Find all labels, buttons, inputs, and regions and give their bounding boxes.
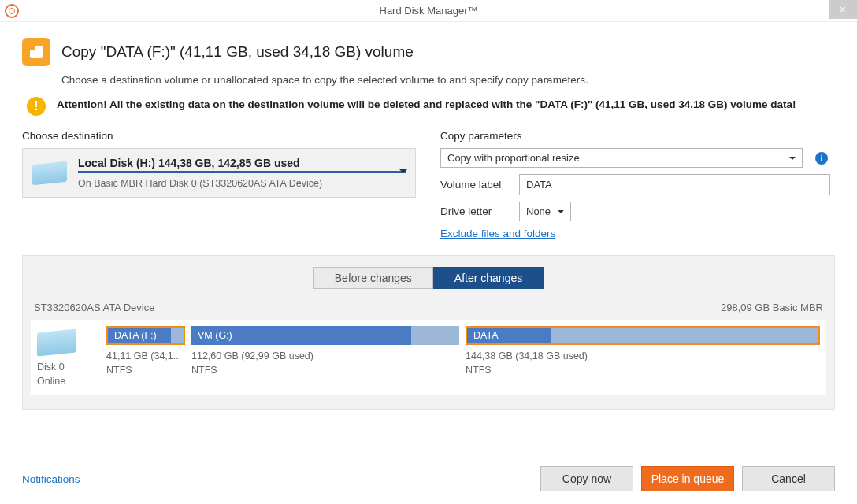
chevron-down-icon (789, 157, 796, 163)
copy-now-button[interactable]: Copy now (540, 466, 633, 491)
partition-size: 41,11 GB (34,1... (106, 350, 185, 364)
copy-mode-value: Copy with proportional resize (447, 152, 580, 164)
partition-filesystem: NTFS (191, 364, 459, 378)
chevron-down-icon (399, 169, 407, 177)
choose-destination-label: Choose destination (22, 130, 417, 142)
tab-before-changes[interactable]: Before changes (313, 267, 433, 289)
page-subtitle: Choose a destination volume or unallocat… (61, 74, 835, 86)
destination-title: Local Disk (H:) 144,38 GB, 142,85 GB use… (78, 157, 406, 169)
destination-usage-bar (78, 171, 406, 173)
disk-name: Disk 0 (37, 361, 100, 375)
notifications-link[interactable]: Notifications (22, 473, 80, 485)
info-icon[interactable]: i (815, 152, 828, 165)
partition-label: DATA (F:) (114, 330, 157, 341)
partition-filesystem: NTFS (466, 364, 820, 378)
volume-label-input[interactable] (519, 174, 830, 195)
device-desc: 298,09 GB Basic MBR (721, 302, 823, 313)
partition-bar[interactable]: DATA (466, 326, 820, 345)
drive-letter-select[interactable]: None (519, 202, 571, 221)
partition[interactable]: DATA144,38 GB (34,18 GB used)NTFS (466, 326, 820, 377)
titlebar: Hard Disk Manager™ × (0, 0, 857, 22)
partition-free-fill (171, 328, 184, 343)
chevron-down-icon (558, 210, 564, 217)
partition-bar[interactable]: VM (G:) (191, 326, 459, 345)
drive-letter-value: None (526, 206, 551, 217)
destination-subtitle: On Basic MBR Hard Disk 0 (ST3320620AS AT… (78, 178, 406, 189)
partition-bar[interactable]: DATA (F:) (106, 326, 185, 345)
partition[interactable]: VM (G:)112,60 GB (92,99 GB used)NTFS (191, 326, 459, 377)
destination-selector[interactable]: Local Disk (H:) 144,38 GB, 142,85 GB use… (22, 148, 416, 198)
warning-row: ! Attention! All the existing data on th… (22, 97, 835, 116)
exclude-files-link[interactable]: Exclude files and folders (440, 228, 555, 239)
disk-icon (37, 328, 76, 356)
page-title: Copy "DATA (F:)" (41,11 GB, used 34,18 G… (61, 43, 414, 61)
volume-label-label: Volume label (440, 179, 511, 191)
partition-label: VM (G:) (198, 330, 232, 341)
partition-label: DATA (473, 330, 498, 341)
disk-icon (32, 161, 67, 185)
partition-filesystem: NTFS (106, 364, 185, 378)
window-title: Hard Disk Manager™ (380, 5, 478, 17)
copy-mode-select[interactable]: Copy with proportional resize (440, 148, 803, 168)
partition-free-fill (411, 326, 459, 345)
warning-icon: ! (27, 97, 46, 116)
disk-diagram-panel: Before changes After changes ST3320620AS… (22, 255, 835, 410)
tab-after-changes[interactable]: After changes (433, 267, 544, 289)
app-icon (5, 4, 19, 18)
partition-free-fill (551, 328, 818, 343)
copy-volume-icon (22, 38, 50, 66)
disk-status: Online (37, 375, 100, 389)
device-name: ST3320620AS ATA Device (34, 302, 154, 313)
copy-parameters-label: Copy parameters (440, 130, 835, 142)
partition[interactable]: DATA (F:)41,11 GB (34,1...NTFS (106, 326, 185, 377)
partition-size: 112,60 GB (92,99 GB used) (191, 350, 459, 364)
cancel-button[interactable]: Cancel (742, 466, 835, 491)
partition-size: 144,38 GB (34,18 GB used) (466, 350, 820, 364)
close-button[interactable]: × (829, 0, 857, 19)
page-header: Copy "DATA (F:)" (41,11 GB, used 34,18 G… (22, 38, 835, 66)
warning-text: Attention! All the existing data on the … (57, 97, 796, 113)
place-in-queue-button[interactable]: Place in queue (641, 466, 734, 491)
drive-letter-label: Drive letter (440, 206, 511, 217)
